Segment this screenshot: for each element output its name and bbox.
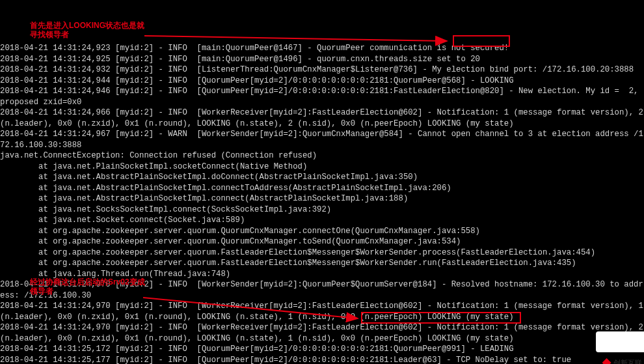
log-line: at java.net.PlainSocketImpl.socketConnec… [0, 161, 644, 173]
log-line: 2018-04-21 14:31:24,970 [myid:2] - INFO … [0, 322, 644, 344]
log-line: 2018-04-21 14:31:25,177 [myid:2] - INFO … [0, 355, 644, 365]
watermark-icon [602, 358, 611, 364]
log-line: java.net.ConnectException: Connection re… [0, 150, 644, 161]
watermark-badge: 创新互联 [596, 331, 644, 352]
log-line: at java.net.AbstractPlainSocketImpl.conn… [0, 193, 644, 204]
log-line: at java.net.Socket.connect(Socket.java:5… [0, 215, 644, 226]
log-line: at org.apache.zookeeper.server.quorum.Qu… [0, 226, 644, 237]
log-line: at java.net.SocksSocketImpl.connect(Sock… [0, 204, 644, 216]
log-line: 2018-04-21 14:31:24,967 [myid:2] - WARN … [0, 129, 644, 150]
log-line: 2018-04-21 14:31:24,970 [myid:2] - INFO … [0, 301, 644, 322]
log-line: 2018-04-21 14:31:25,172 [myid:2] - INFO … [0, 344, 644, 355]
annotation-note-1: 首先是进入LOOKING状态也是就寻找领导者 [30, 21, 147, 39]
log-line: at org.apache.zookeeper.server.quorum.Fa… [0, 247, 644, 259]
log-line: at org.apache.zookeeper.server.quorum.Fa… [0, 258, 644, 269]
log-line: at java.net.AbstractPlainSocketImpl.doCo… [0, 172, 644, 183]
svg-line-0 [144, 36, 447, 41]
log-line: 2018-04-21 14:31:24,946 [myid:2] - INFO … [0, 86, 644, 107]
terminal-log-output: 2018-04-21 14:31:24,923 [myid:2] - INFO … [0, 43, 644, 364]
log-line: 2018-04-21 14:31:24,932 [myid:2] - INFO … [0, 64, 644, 76]
log-line: at java.net.AbstractPlainSocketImpl.conn… [0, 183, 644, 194]
log-line: at org.apache.zookeeper.server.quorum.Qu… [0, 236, 644, 247]
log-line: 2018-04-21 14:31:24,944 [myid:2] - INFO … [0, 76, 644, 87]
log-line: 2018-04-21 14:31:24,966 [myid:2] - INFO … [0, 107, 644, 129]
log-line: 2018-04-21 14:31:24,923 [myid:2] - INFO … [0, 43, 644, 54]
watermark-text: 创新互联 [613, 359, 642, 364]
log-line: 2018-04-21 14:31:24,925 [myid:2] - INFO … [0, 54, 644, 65]
annotation-note-2: 经过协商这台后启动的Srv02变成领导者 [30, 277, 147, 296]
